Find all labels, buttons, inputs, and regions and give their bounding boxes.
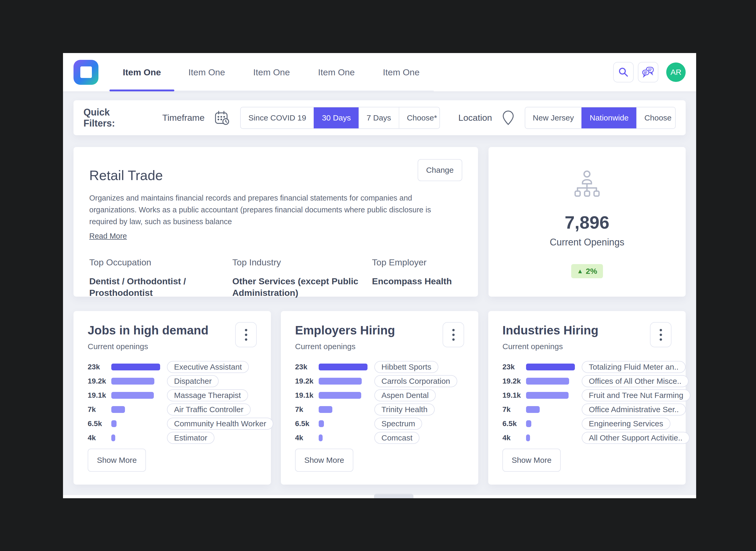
chart-row: 19.2k Carrols Corporation <box>295 375 464 387</box>
bar <box>319 435 322 441</box>
stat-top-industry: Top Industry Other Services (except Publ… <box>232 257 372 299</box>
nav-tab-4[interactable]: Item One <box>304 53 369 91</box>
bar-value: 4k <box>503 434 526 442</box>
chart-row: 7k Office Administrative Ser.. <box>503 404 672 416</box>
trend-value: 2% <box>586 267 597 276</box>
bar-track <box>526 406 575 413</box>
org-chart-icon <box>571 170 603 198</box>
category-chip[interactable]: Carrols Corporation <box>374 375 457 387</box>
location-option-new-jersey[interactable]: New Jersey <box>525 107 582 128</box>
nav-tab-2[interactable]: Item One <box>174 53 239 91</box>
card-subtitle: Current openings <box>88 342 208 351</box>
chart-row: 6.5k Community Health Worker <box>88 418 257 430</box>
kebab-menu-icon[interactable] <box>443 322 464 347</box>
app-logo[interactable] <box>73 60 98 85</box>
bar <box>526 420 531 427</box>
chart-row: 4k All Other Support Activitie.. <box>503 432 672 444</box>
category-chip[interactable]: Aspen Dental <box>374 389 436 401</box>
avatar[interactable]: AR <box>666 62 686 82</box>
stat-value: Other Services (except Public Administra… <box>232 276 363 299</box>
nav-tab-1[interactable]: Item One <box>109 53 174 91</box>
category-chip[interactable]: Spectrum <box>374 418 422 430</box>
read-more-link[interactable]: Read More <box>89 232 127 240</box>
change-industry-button[interactable]: Change <box>418 159 462 181</box>
stat-label: Top Industry <box>232 257 372 267</box>
bar-track <box>526 392 575 399</box>
card-title: Jobs in high demand <box>88 323 208 337</box>
category-chip[interactable]: Totalizing Fluid Meter an.. <box>582 361 686 373</box>
app-logo-inner <box>80 66 92 78</box>
category-chip[interactable]: Offices of All Other Misce.. <box>582 375 689 387</box>
search-icon <box>618 67 629 77</box>
chart-row: 4k Comcast <box>295 432 464 444</box>
show-more-button[interactable]: Show More <box>88 449 146 472</box>
header-actions: AR <box>613 62 686 82</box>
scrollbar-thumb[interactable] <box>374 494 414 498</box>
bar <box>319 378 362 385</box>
chart-row: 19.1k Aspen Dental <box>295 389 464 401</box>
messages-button[interactable] <box>638 62 658 82</box>
timeframe-option-30-days[interactable]: 30 Days <box>314 107 358 128</box>
industries-hiring-card: Industries Hiring Current openings 23k T… <box>488 311 686 485</box>
up-arrow-icon: ▲ <box>577 267 583 275</box>
stat-label: Top Employer <box>372 257 452 267</box>
chart-row: 6.5k Spectrum <box>295 418 464 430</box>
category-chip[interactable]: Dispatcher <box>167 375 219 387</box>
bar-value: 23k <box>295 363 319 371</box>
bar-track <box>526 420 575 427</box>
top-nav: Item One Item One Item One Item One Item… <box>63 53 696 91</box>
location-option-nationwide[interactable]: Nationwide <box>582 107 636 128</box>
category-chip[interactable]: Office Administrative Ser.. <box>582 404 686 416</box>
bar-chart: 23k Hibbett Sports 19.2k Carrols Corpora… <box>295 361 464 444</box>
bar <box>319 420 324 427</box>
card-subtitle: Current openings <box>295 342 395 351</box>
category-chip[interactable]: Executive Assistant <box>167 361 249 373</box>
category-chip[interactable]: Estimator <box>167 432 214 444</box>
bar <box>319 364 367 371</box>
show-more-button[interactable]: Show More <box>295 449 353 472</box>
kebab-menu-icon[interactable] <box>235 322 257 347</box>
timeframe-option-choose[interactable]: Choose* <box>399 107 440 128</box>
quick-filters-title: Quick Filters: <box>83 107 142 129</box>
category-chip[interactable]: All Other Support Activitie.. <box>582 432 690 444</box>
category-chip[interactable]: Engineering Services <box>582 418 670 430</box>
stat-label: Top Occupation <box>89 257 232 267</box>
nav-tab-3[interactable]: Item One <box>239 53 304 91</box>
stat-value: Dentist / Orthodontist / Prosthodontist <box>89 276 199 299</box>
show-more-button[interactable]: Show More <box>503 449 561 472</box>
bar-value: 19.2k <box>88 377 111 385</box>
chart-row: 19.2k Offices of All Other Misce.. <box>503 375 672 387</box>
category-chip[interactable]: Community Health Worker <box>167 418 273 430</box>
bar <box>526 435 530 441</box>
category-chip[interactable]: Fruit and Tree Nut Farming <box>582 389 690 401</box>
chart-row: 19.1k Massage Therapist <box>88 389 257 401</box>
nav-tab-5[interactable]: Item One <box>369 53 434 91</box>
bar <box>526 406 540 413</box>
current-openings-card: 7,896 Current Openings ▲ 2% <box>489 147 686 297</box>
timeframe-option-7-days[interactable]: 7 Days <box>358 107 399 128</box>
category-chip[interactable]: Hibbett Sports <box>374 361 439 373</box>
industry-description: Organizes and maintains financial record… <box>89 192 457 227</box>
timeframe-option-since-covid[interactable]: Since COVID 19 <box>241 107 314 128</box>
category-chip[interactable]: Air Traffic Controller <box>167 404 251 416</box>
search-button[interactable] <box>613 62 634 82</box>
category-chip[interactable]: Trinity Health <box>374 404 435 416</box>
chart-row: 23k Executive Assistant <box>88 361 257 373</box>
category-chip[interactable]: Massage Therapist <box>167 389 248 401</box>
calendar-clock-icon <box>214 110 230 125</box>
card-title: Employers Hiring <box>295 323 395 337</box>
bar-value: 19.1k <box>503 391 526 400</box>
bar-track <box>526 378 575 385</box>
bar <box>111 420 116 427</box>
location-option-choose[interactable]: Choose <box>636 107 676 128</box>
bar-track <box>111 392 160 399</box>
bar-track <box>319 378 367 385</box>
chart-row: 4k Estimator <box>88 432 257 444</box>
bar-value: 19.2k <box>295 377 319 385</box>
category-chip[interactable]: Comcast <box>374 432 420 444</box>
card-subtitle: Current openings <box>503 342 598 351</box>
card-title: Industries Hiring <box>503 323 598 337</box>
kebab-menu-icon[interactable] <box>650 322 672 347</box>
bar-value: 23k <box>88 363 111 371</box>
bar <box>526 392 569 399</box>
